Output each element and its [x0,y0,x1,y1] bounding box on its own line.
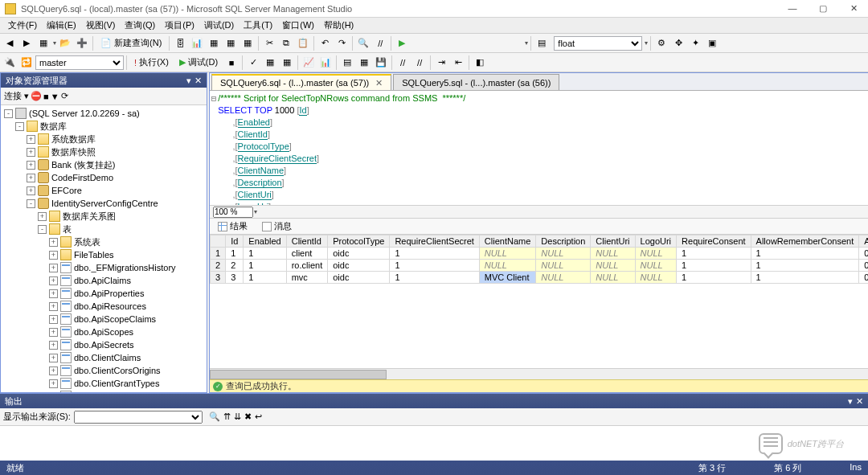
type-dropdown[interactable]: float [554,36,642,51]
uncmt-sel-icon[interactable]: // [411,55,428,71]
tree-table-6[interactable]: +dbo.ApiSecrets [1,338,207,351]
col-header[interactable]: Description [536,235,591,248]
table-row[interactable]: 331mvcoidc1MVC ClientNULLNULLNULL110000 [211,272,869,284]
menu-file[interactable]: 文件(F) [3,19,42,31]
execute-button[interactable]: ! 执行(X) [129,55,174,71]
col-header[interactable]: ClientId [286,235,328,248]
results-file-icon[interactable]: 💾 [373,55,389,71]
table-row[interactable]: 221ro.clientoidc1NULLNULLNULLNULL110000 [211,260,869,272]
intelli-icon[interactable]: ▦ [279,55,295,71]
zoom-input[interactable] [213,207,253,218]
tree-table-8[interactable]: +dbo.ClientCorsOrigins [1,364,207,377]
tab-sqlquery6[interactable]: SQLQuery6.sql - (l...).master (sa (57))✕ [211,74,391,90]
col-header[interactable]: AllowRememberConsent [751,235,859,248]
tree-databases[interactable]: -数据库 [1,120,207,133]
table-row[interactable]: 111clientoidc1NULLNULLNULLNULL110000 [211,248,869,260]
output-body[interactable] [0,426,868,464]
results-grid[interactable]: IdEnabledClientIdProtocolTypeRequireClie… [210,234,868,368]
output-next-icon[interactable]: ⇊ [234,412,241,422]
add-icon[interactable]: ➕ [74,35,90,51]
tree-table-4[interactable]: +dbo.ApiScopeClaims [1,313,207,326]
help-icon[interactable]: ✥ [670,35,686,51]
output-find-icon[interactable]: 🔍 [209,412,220,422]
refresh-icon[interactable]: ⟳ [61,91,68,101]
menu-project[interactable]: 项目(P) [160,19,199,31]
col-header[interactable] [211,235,226,248]
output-wrap-icon[interactable]: ↩ [255,412,262,422]
tree-table-10[interactable]: +dbo.ClientIdPRestrictions [1,390,207,392]
tab-results[interactable]: 结果 [213,219,252,234]
tree-table-1[interactable]: +dbo.ApiClaims [1,274,207,287]
tree-table-7[interactable]: +dbo.ClientClaims [1,351,207,364]
redo-icon[interactable]: ↷ [334,35,350,51]
minimize-icon[interactable]: — [783,3,802,14]
results-text-icon[interactable]: ▤ [339,55,355,71]
col-header[interactable]: ProtocolType [328,235,390,248]
tree-table-5[interactable]: +dbo.ApiScopes [1,326,207,338]
tree-system-databases[interactable]: +系统数据库 [1,133,207,145]
grid-h-scrollbar[interactable] [210,368,868,379]
tree-server[interactable]: -(SQL Server 12.0.2269 - sa) [1,107,207,120]
tree-db-idcentre[interactable]: -IdentityServerConfigCentre [1,197,207,210]
tree-db-codefirst[interactable]: +CodeFirstDemo [1,171,207,184]
tab-sqlquery5[interactable]: SQLQuery5.sql - (l...).master (sa (56)) [393,74,559,90]
outline-collapse-icon[interactable]: ⊟ [210,92,218,104]
tree-table-3[interactable]: +dbo.ApiResources [1,300,207,313]
undo-icon[interactable]: ↶ [317,35,333,51]
tree-tables[interactable]: -表 [1,223,207,235]
analysis-icon[interactable]: 📊 [189,35,205,51]
include-stats-icon[interactable]: 📈 [301,55,317,71]
db-engine-icon[interactable]: 🗄 [172,35,188,51]
output-clear-icon[interactable]: ✖ [244,412,252,422]
col-header[interactable]: AlwaysIncludeUserClaimsInIdToken [859,235,868,248]
tree-db-bank[interactable]: +Bank (恢复挂起) [1,158,207,171]
close-icon[interactable]: ✕ [844,3,863,14]
layout-icon[interactable]: ▤ [534,35,550,51]
tree-db-efcore[interactable]: +EFCore [1,184,207,197]
find-icon[interactable]: 🔍 [355,35,371,51]
output-source-dropdown[interactable] [74,411,203,424]
x-icon[interactable]: ✦ [687,35,703,51]
opts-icon[interactable]: ⚙ [653,35,669,51]
col-header[interactable]: RequireConsent [677,235,751,248]
filter-icon[interactable]: ▼ [51,92,59,101]
menu-debug[interactable]: 调试(D) [199,19,239,31]
panel-close-icon[interactable]: ✕ [856,396,863,407]
pin-icon[interactable]: ▾ [186,76,191,86]
menu-view[interactable]: 视图(V) [81,19,121,31]
plan-icon[interactable]: ▦ [262,55,278,71]
outdent-icon[interactable]: ⇤ [450,55,466,71]
tab-messages[interactable]: 消息 [257,219,297,234]
database-dropdown[interactable]: master [35,55,124,70]
open-icon[interactable]: 📂 [57,35,73,51]
connect-button[interactable]: 连接 ▾ [4,90,29,102]
menu-edit[interactable]: 编辑(E) [42,19,81,31]
y-icon[interactable]: ▣ [704,35,720,51]
panel-close-icon[interactable]: ✕ [194,76,202,86]
menu-help[interactable]: 帮助(H) [319,19,358,31]
tree-table-2[interactable]: +dbo.ApiProperties [1,287,207,300]
debug-button[interactable]: ▶ 调试(D) [174,55,223,71]
comment-icon[interactable]: // [372,35,388,51]
maximize-icon[interactable]: ▢ [813,3,833,14]
cmt-sel-icon[interactable]: // [395,55,411,71]
xmla-icon[interactable]: ▦ [240,35,256,51]
parse-icon[interactable]: ✓ [245,55,261,71]
pin-icon[interactable]: ▾ [848,396,853,407]
copy-icon[interactable]: ⧉ [278,35,294,51]
indent-icon[interactable]: ⇥ [433,55,449,71]
col-header[interactable]: RequireClientSecret [390,235,479,248]
col-header[interactable]: Enabled [244,235,286,248]
tree-table-9[interactable]: +dbo.ClientGrantTypes [1,377,207,390]
tree-systables[interactable]: +系统表 [1,235,207,248]
connect-icon[interactable]: 🔌 [2,55,18,71]
disconnect-icon[interactable]: ⛔ [31,91,42,101]
object-tree[interactable]: -(SQL Server 12.0.2269 - sa)-数据库+系统数据库+数… [1,105,207,392]
paste-icon[interactable]: 📋 [295,35,311,51]
new-query-button[interactable]: 📄 新建查询(N) [96,35,166,51]
cut-icon[interactable]: ✂ [261,35,277,51]
tree-diagrams[interactable]: +数据库关系图 [1,210,207,223]
start-icon[interactable]: ▶ [394,35,410,51]
mdx-icon[interactable]: ▦ [206,35,222,51]
menu-query[interactable]: 查询(Q) [120,19,160,31]
